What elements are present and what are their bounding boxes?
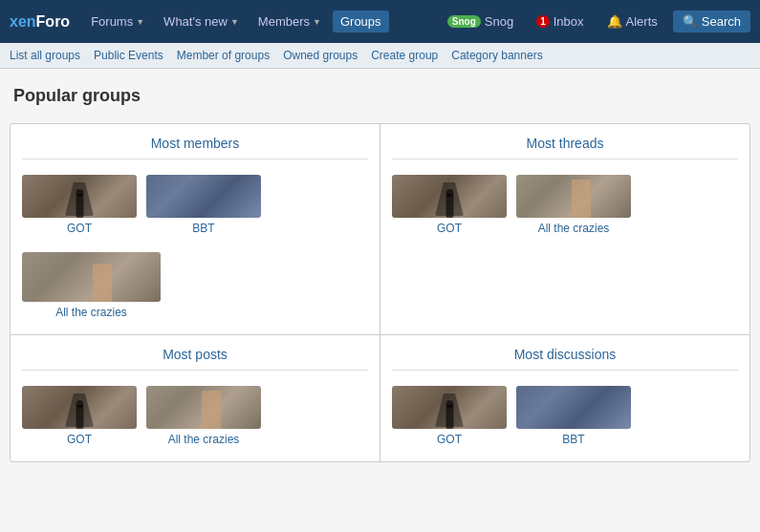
group-label-got2: GOT [437,222,462,235]
header: xenForo Forums ▼ What's new ▼ Members ▼ … [0,0,760,43]
group-label-crazy1: All the crazies [55,306,127,319]
nav-whats-new-label: What's new [163,14,228,29]
group-item-got1[interactable]: GOT [22,175,137,235]
silhouette-got4 [443,393,457,429]
subbar-owned-groups[interactable]: Owned groups [283,49,358,62]
nav-whats-new[interactable]: What's new ▼ [156,11,247,32]
group-thumb-got2 [392,175,507,218]
group-item-got3[interactable]: GOT [22,386,137,446]
silhouette-head-got3 [76,400,83,408]
group-label-bbt1: BBT [192,222,214,235]
subbar-create-group[interactable]: Create group [371,49,438,62]
most-members-items: GOT BBT All the crazies [22,171,368,323]
sections-grid: Most members GOT BBT [10,123,750,462]
silhouette-got1 [73,181,87,218]
group-item-crazy1[interactable]: All the crazies [22,252,161,319]
silhouette-got3 [73,393,87,429]
subbar-list-all[interactable]: List all groups [10,49,80,62]
group-item-bbt2[interactable]: BBT [516,386,631,446]
group-thumb-crazy1 [22,252,161,302]
group-thumb-got4 [392,386,507,429]
nav-members-label: Members [258,14,310,29]
group-thumb-bbt2 [516,386,631,429]
group-label-bbt2: BBT [562,433,584,446]
silhouette-head-got1 [76,189,83,197]
section-most-discussions: Most discussions GOT BBT [380,335,749,461]
nav-groups[interactable]: Groups [333,11,389,32]
most-threads-items: GOT All the crazies [392,171,738,239]
section-most-threads-title: Most threads [392,136,738,160]
header-right: Snog Snog 1 Inbox 🔔 Alerts 🔍 Search [440,11,750,32]
section-most-discussions-title: Most discussions [392,347,738,371]
nav-members-arrow: ▼ [313,17,321,27]
group-item-got2[interactable]: GOT [392,175,507,235]
username: Snog [485,14,513,29]
group-label-crazy2: All the crazies [538,222,610,235]
subbar-member-of[interactable]: Member of groups [177,49,270,62]
search-icon: 🔍 [683,14,698,29]
most-posts-items: GOT All the crazies [22,382,368,450]
nav-forums-arrow: ▼ [136,17,144,27]
section-most-members-title: Most members [22,136,368,160]
section-most-members: Most members GOT BBT [11,124,380,334]
silhouette-body-got4 [445,405,453,429]
group-thumb-got3 [22,386,137,429]
section-most-threads: Most threads GOT All the crazies [380,124,749,334]
silhouette-body-got2 [445,194,453,218]
section-most-posts-title: Most posts [22,347,368,371]
group-thumb-crazy3 [146,386,261,429]
group-item-got4[interactable]: GOT [392,386,507,446]
alerts-label: Alerts [626,14,658,29]
inbox-badge: 1 [536,15,550,28]
alerts-button[interactable]: 🔔 Alerts [599,11,665,32]
logo-xen: xen [10,13,36,30]
nav-groups-label: Groups [340,14,381,29]
subbar-public-events[interactable]: Public Events [94,49,163,62]
nav-whats-new-arrow: ▼ [230,17,239,27]
group-thumb-bbt1 [146,175,261,218]
silhouette-got2 [443,181,457,218]
most-discussions-items: GOT BBT [392,382,738,450]
silhouette-head-got2 [445,189,453,197]
silhouette-body-got3 [76,405,83,429]
group-item-bbt1[interactable]: BBT [146,175,261,235]
logo: xenForo [10,13,70,31]
search-label: Search [702,14,741,29]
logo-foro: Foro [36,13,71,30]
inbox-label: Inbox [554,14,584,29]
user-badge: Snog [447,15,481,28]
section-most-posts: Most posts GOT All the crazies [11,335,380,461]
group-thumb-got1 [22,175,137,218]
group-label-got1: GOT [67,222,92,235]
bell-icon: 🔔 [607,14,622,29]
subbar: List all groups Public Events Member of … [0,43,760,69]
user-menu[interactable]: Snog Snog [440,11,521,32]
silhouette-body-got1 [76,194,83,218]
header-left: xenForo Forums ▼ What's new ▼ Members ▼ … [10,11,389,32]
group-label-crazy3: All the crazies [168,433,240,446]
silhouette-head-got4 [445,400,453,408]
nav-forums[interactable]: Forums ▼ [83,11,152,32]
group-item-crazy3[interactable]: All the crazies [146,386,261,446]
nav-forums-label: Forums [91,14,133,29]
search-button[interactable]: 🔍 Search [673,11,750,32]
group-label-got3: GOT [67,433,92,446]
group-thumb-crazy2 [516,175,631,218]
group-label-got4: GOT [437,433,462,446]
group-item-crazy2[interactable]: All the crazies [516,175,631,235]
nav-members[interactable]: Members ▼ [250,11,329,32]
inbox-button[interactable]: 1 Inbox [529,11,591,32]
main-content: Popular groups Most members GOT BBT [0,69,760,472]
subbar-category-banners[interactable]: Category banners [451,49,542,62]
page-title: Popular groups [10,78,750,114]
